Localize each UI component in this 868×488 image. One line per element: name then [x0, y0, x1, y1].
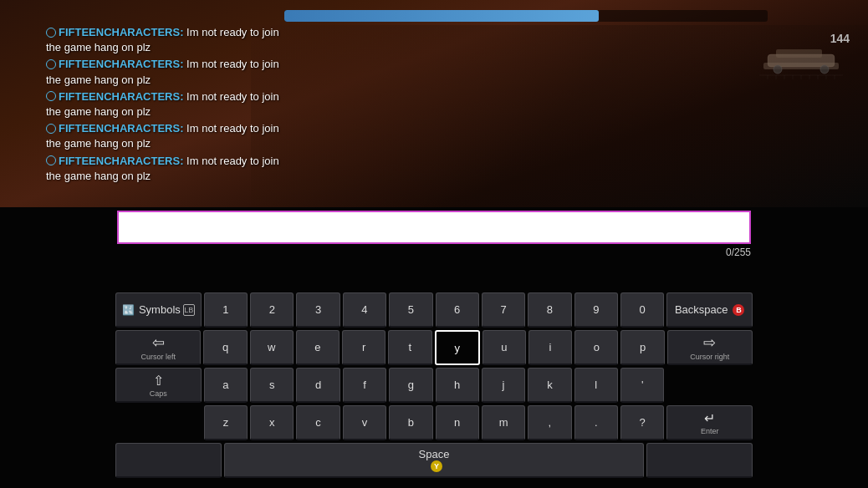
symbols-icon: 🔣 — [122, 304, 135, 316]
symbols-btn-icon: LB — [183, 304, 195, 316]
key-i[interactable]: i — [528, 330, 572, 365]
key-y[interactable]: y — [435, 330, 480, 365]
chat-message-1: FIFTEENCHARACTERS: Im not ready to join … — [46, 25, 293, 55]
chat-username-5: FIFTEENCHARACTERS: — [59, 155, 184, 167]
key-caps[interactable]: ⇧ Caps — [115, 368, 202, 403]
virtual-keyboard: 🔣 Symbols LB 1 2 3 4 5 6 7 8 9 0 Backspa… — [115, 292, 753, 455]
key-cursor-left[interactable]: ⇦ Cursor left — [115, 330, 201, 365]
key-f[interactable]: f — [343, 368, 386, 403]
key-a[interactable]: a — [204, 368, 248, 403]
key-u[interactable]: u — [483, 330, 526, 365]
key-z[interactable]: z — [204, 405, 248, 440]
backspace-btn-icon: B — [733, 304, 744, 316]
keyboard-row-4: z x c v b n m , . ? ↵ Enter — [115, 405, 753, 440]
vehicle-hud-icon — [759, 33, 843, 84]
key-5[interactable]: 5 — [389, 292, 432, 328]
keyboard-row-2: ⇦ Cursor left q w e r t y u i o p ⇨ Curs… — [115, 330, 753, 365]
caps-icon: ⇧ — [153, 373, 164, 389]
key-question[interactable]: ? — [620, 405, 664, 440]
key-o[interactable]: o — [574, 330, 618, 365]
chat-icon-4 — [46, 124, 56, 134]
key-q[interactable]: q — [203, 330, 247, 365]
key-7[interactable]: 7 — [482, 292, 525, 328]
key-x[interactable]: x — [250, 405, 294, 440]
key-backspace[interactable]: Backspace B — [666, 292, 753, 328]
key-t[interactable]: t — [388, 330, 431, 365]
chat-message-2: FIFTEENCHARACTERS: Im not ready to join … — [46, 57, 293, 87]
vehicle-svg — [759, 33, 843, 84]
keyboard-row-3: ⇧ Caps a s d f g h j k l ' — [115, 368, 753, 403]
chat-icon-2 — [46, 59, 56, 69]
key-3[interactable]: 3 — [296, 292, 340, 328]
chat-icon-1 — [46, 28, 56, 38]
keyboard-row-1: 🔣 Symbols LB 1 2 3 4 5 6 7 8 9 0 Backspa… — [115, 292, 753, 328]
chat-username-1: FIFTEENCHARACTERS: — [59, 26, 184, 38]
key-b[interactable]: b — [389, 405, 432, 440]
chat-message-5: FIFTEENCHARACTERS: Im not ready to join … — [46, 154, 293, 184]
key-9[interactable]: 9 — [574, 292, 618, 328]
chat-area: FIFTEENCHARACTERS: Im not ready to join … — [46, 25, 293, 186]
key-s[interactable]: s — [250, 368, 294, 403]
key-k[interactable]: k — [528, 368, 571, 403]
chat-icon-3 — [46, 91, 56, 101]
keyboard-row-space: Space Y — [115, 443, 753, 478]
svg-rect-1 — [776, 49, 822, 58]
key-e[interactable]: e — [296, 330, 340, 365]
chat-username-3: FIFTEENCHARACTERS: — [59, 90, 184, 103]
key-g[interactable]: g — [389, 368, 432, 403]
key-enter-bottom — [646, 443, 753, 478]
key-c[interactable]: c — [296, 405, 340, 440]
svg-point-3 — [774, 65, 782, 74]
progress-bar — [284, 10, 768, 22]
key-p[interactable]: p — [620, 330, 664, 365]
key-enter[interactable]: ↵ Enter — [666, 405, 753, 440]
key-0[interactable]: 0 — [620, 292, 664, 328]
cursor-left-icon: ⇦ — [152, 333, 165, 352]
key-m[interactable]: m — [482, 405, 525, 440]
key-j[interactable]: j — [482, 368, 525, 403]
key-space[interactable]: Space Y — [224, 443, 644, 478]
key-apostrophe[interactable]: ' — [620, 368, 664, 403]
cursor-right-icon: ⇨ — [703, 333, 716, 352]
chat-username-2: FIFTEENCHARACTERS: — [59, 58, 184, 70]
key-n[interactable]: n — [436, 405, 479, 440]
key-cursor-right[interactable]: ⇨ Cursor right — [667, 330, 753, 365]
key-4[interactable]: 4 — [343, 292, 386, 328]
chat-message-3: FIFTEENCHARACTERS: Im not ready to join … — [46, 89, 293, 119]
key-caps-bottom — [115, 443, 222, 478]
key-8[interactable]: 8 — [528, 292, 571, 328]
char-count: 0/255 — [117, 247, 751, 258]
key-d[interactable]: d — [296, 368, 340, 403]
enter-icon: ↵ — [704, 410, 715, 426]
space-btn-icon: Y — [431, 460, 442, 472]
text-input-wrapper: 0/255 — [117, 211, 751, 258]
key-2[interactable]: 2 — [250, 292, 294, 328]
key-l[interactable]: l — [574, 368, 618, 403]
key-6[interactable]: 6 — [436, 292, 479, 328]
text-input[interactable] — [117, 211, 751, 244]
key-w[interactable]: w — [250, 330, 294, 365]
key-symbols[interactable]: 🔣 Symbols LB — [115, 292, 202, 328]
key-r[interactable]: r — [342, 330, 385, 365]
progress-bar-fill — [284, 10, 599, 22]
key-v[interactable]: v — [343, 405, 386, 440]
key-period[interactable]: . — [574, 405, 618, 440]
svg-point-4 — [820, 65, 829, 74]
key-comma[interactable]: , — [528, 405, 571, 440]
key-1[interactable]: 1 — [204, 292, 248, 328]
chat-message-4: FIFTEENCHARACTERS: Im not ready to join … — [46, 121, 293, 151]
chat-username-4: FIFTEENCHARACTERS: — [59, 122, 184, 135]
chat-icon-5 — [46, 155, 56, 165]
key-h[interactable]: h — [436, 368, 479, 403]
